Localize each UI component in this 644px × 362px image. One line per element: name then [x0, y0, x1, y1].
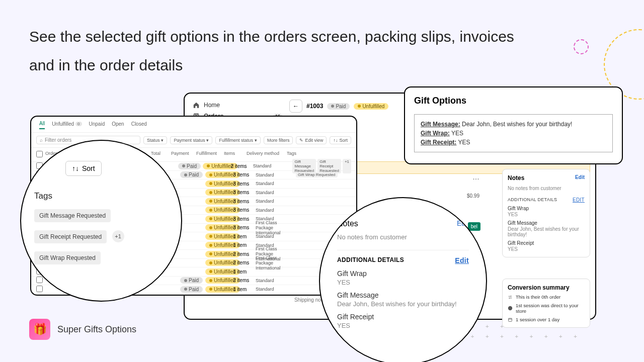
select-all-checkbox[interactable]: [36, 151, 43, 157]
notes-card: NotesEdit No notes from customer ADDITIO…: [502, 169, 590, 257]
conversion-card: Conversion summary This is their 0th ord…: [502, 279, 590, 328]
tab-open[interactable]: Open: [112, 121, 124, 129]
notes-empty: No notes from customer: [337, 233, 469, 241]
gift-receipt-value: YES: [456, 139, 470, 146]
conv-row: 1 session over 1 day: [508, 317, 585, 322]
tags-heading: Tags: [34, 191, 168, 201]
detail-value: Dear John, Best wishes for your birthday…: [337, 300, 469, 308]
popup-title: Gift Options: [414, 96, 613, 106]
sort-button[interactable]: ↑↓Sort: [65, 161, 102, 176]
tab-unpaid[interactable]: Unpaid: [89, 121, 105, 129]
col-items: Items: [224, 151, 247, 158]
line-item-total: $0.99: [467, 193, 479, 199]
tag-chip[interactable]: Gift Wrap Requested: [34, 251, 101, 264]
tabs: AllUnfulfilled0UnpaidOpenClosed: [31, 117, 356, 133]
svg-point-1: [508, 306, 512, 310]
more-menu[interactable]: …: [472, 173, 479, 181]
sort-icon: ↑↓: [72, 164, 79, 172]
detail-label: Gift Wrap: [508, 206, 585, 211]
tag-chip[interactable]: Gift Message Requested: [34, 209, 111, 222]
detail-value: YES: [508, 212, 585, 217]
edit-link[interactable]: Edit: [573, 197, 585, 203]
row-checkbox[interactable]: [36, 277, 43, 283]
tab-all[interactable]: All: [39, 121, 45, 129]
gift-details-box: Gift Message: Dear John, Best wishes for…: [414, 114, 613, 152]
detail-value: YES: [337, 322, 469, 329]
info-icon: [508, 306, 513, 311]
detail-label: Gift Receipt: [337, 313, 469, 321]
tab-closed[interactable]: Closed: [131, 121, 147, 129]
gift-wrap-value: YES: [450, 130, 463, 137]
notes-empty: No notes from customer: [508, 186, 585, 191]
conversion-title: Conversion summary: [508, 284, 585, 291]
divider: [337, 250, 469, 250]
section-header: ADDITIONAL DETAILS: [337, 256, 404, 264]
gift-msg-value: Dear John, Best wishes for your birthday…: [460, 121, 573, 128]
edit-link[interactable]: Edit: [455, 256, 469, 264]
filter-payment-status[interactable]: Payment status▾: [170, 136, 212, 144]
detail-label: Gift Receipt: [508, 240, 585, 246]
detail-value: YES: [337, 279, 469, 286]
detail-label: Gift Message: [508, 220, 585, 226]
order-number: #1003: [306, 103, 323, 110]
conv-row: This is their 0th order: [508, 294, 585, 300]
calendar-icon: [508, 317, 513, 322]
col-fulfillment: Fulfillment: [196, 151, 224, 158]
gift-wrap-label: Gift Wrap:: [421, 130, 450, 137]
filter-status[interactable]: Status▾: [143, 136, 168, 144]
col-total: Total: [151, 151, 171, 158]
notes-title: Notes: [508, 174, 524, 182]
detail-label: Gift Message: [337, 291, 469, 299]
conv-row: 1st session was direct to your store: [508, 303, 585, 314]
decorative-circle-pink: [574, 39, 589, 54]
tag-chip[interactable]: Gift Receipt Requested: [34, 230, 107, 243]
gift-receipt-label: Gift Receipt:: [421, 139, 456, 146]
tags-magnifier: ↑↓Sort Tags Gift Message Requested Gift …: [20, 140, 182, 302]
sort-button[interactable]: ↑↓ Sort: [330, 136, 351, 144]
col-payment: Payment: [171, 151, 196, 158]
more-filters-button[interactable]: More filters: [264, 136, 293, 144]
search-icon: ⌕: [40, 137, 43, 143]
back-button[interactable]: ←: [289, 100, 302, 113]
row-checkbox[interactable]: [36, 286, 43, 292]
tab-unfulfilled[interactable]: Unfulfilled0: [52, 121, 82, 129]
app-icon: 🎁: [29, 319, 50, 340]
nav-label: Home: [204, 102, 220, 109]
edit-link[interactable]: Edit: [575, 174, 585, 182]
detail-value: Dear John, Best wishes for your birthday…: [508, 226, 585, 237]
nav-home[interactable]: Home: [190, 100, 285, 111]
app-name: Super Gifts Options: [57, 324, 136, 335]
headline: See the selected gift options in the ord…: [29, 22, 542, 79]
edit-view-button[interactable]: ✎ Edit view: [296, 136, 327, 144]
arrow-left-icon: ←: [293, 103, 299, 110]
gift-msg-label: Gift Message:: [421, 121, 460, 128]
app-brand: 🎁 Super Gifts Options: [29, 319, 136, 340]
gift-options-popup: Gift Options Gift Message: Dear John, Be…: [404, 86, 623, 164]
paid-badge: Paid: [327, 103, 350, 110]
unfulfilled-badge: Unfulfilled: [354, 103, 388, 110]
more-tags-indicator[interactable]: +1: [112, 230, 124, 242]
detail-value: YES: [508, 246, 585, 252]
home-icon: [193, 102, 200, 109]
notes-magnifier: NotesEdit No notes from customer ADDITIO…: [319, 197, 487, 362]
col-tags: Tags: [287, 151, 351, 158]
filter-fulfillment-status[interactable]: Fulfillment status▾: [215, 136, 261, 144]
detail-label: Gift Wrap: [337, 269, 469, 278]
svg-rect-2: [509, 318, 512, 321]
col-delivery: Delivery method: [247, 151, 287, 158]
repeat-icon: [508, 295, 513, 300]
section-header: ADDITIONAL DETAILS: [508, 197, 557, 203]
